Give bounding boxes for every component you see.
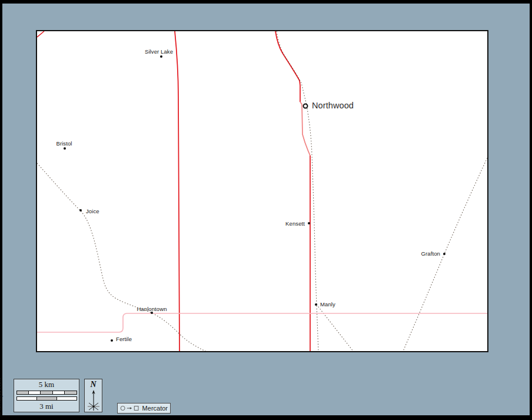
town-label-kensett: Kensett [285, 220, 305, 227]
road-east-highway-mid [300, 102, 310, 156]
scale-segment [17, 397, 37, 400]
scale-bar: 5 km 3 mi [14, 379, 79, 412]
town-label-joice: Joice [86, 208, 99, 214]
scale-mi-label: 3 mi [39, 402, 53, 411]
scale-mi-bar [16, 396, 77, 401]
town-dot-fertile [111, 339, 113, 342]
scale-segment [57, 397, 77, 400]
arrow-right-icon [127, 405, 132, 412]
railroad-west-line [37, 163, 207, 351]
road-corner-segment [37, 31, 44, 37]
town-label-hanlontown: Hanlontown [137, 306, 167, 312]
scale-segment [41, 391, 52, 394]
county-seat-marker-northwood [303, 104, 308, 109]
scale-segment [29, 391, 41, 394]
railroad-east-line [277, 31, 318, 351]
projection-square-icon [134, 405, 139, 412]
town-dot-bristol [64, 147, 66, 150]
county-boundary-line [37, 313, 487, 332]
scale-segment [53, 391, 65, 394]
projection-label: Mercator [142, 405, 168, 412]
north-arrow-icon [87, 389, 101, 412]
road-west-highway [175, 31, 179, 351]
town-label-bristol: Bristol [56, 140, 72, 147]
town-dot-joice [79, 209, 82, 211]
scale-segment [17, 391, 29, 394]
town-dot-hanlontown [151, 312, 153, 314]
town-label-silver-lake: Silver Lake [145, 48, 173, 55]
town-label-northwood: Northwood [312, 101, 354, 110]
town-dot-kensett [308, 222, 310, 224]
scale-km-label: 5 km [39, 381, 54, 389]
town-dot-manly [315, 303, 317, 306]
projection-circle-icon [120, 405, 125, 412]
north-label: N [90, 380, 96, 389]
town-dot-grafton [443, 253, 445, 255]
north-indicator: N [84, 379, 102, 412]
map-lines-layer [37, 31, 487, 351]
railroad-manly-branch [317, 305, 353, 351]
town-dot-silver-lake [160, 55, 162, 58]
town-label-manly: Manly [320, 301, 335, 307]
scale-km-bar [16, 391, 77, 395]
copyright-text: © d-maps.com [0, 378, 3, 416]
town-label-grafton: Grafton [421, 250, 440, 257]
town-label-fertile: Fertile [116, 336, 132, 342]
map-canvas: Silver Lake Bristol Joice Northwood Kens… [36, 30, 488, 352]
scale-segment [37, 397, 57, 400]
scale-segment [65, 391, 76, 394]
projection-legend: Mercator [117, 403, 171, 414]
